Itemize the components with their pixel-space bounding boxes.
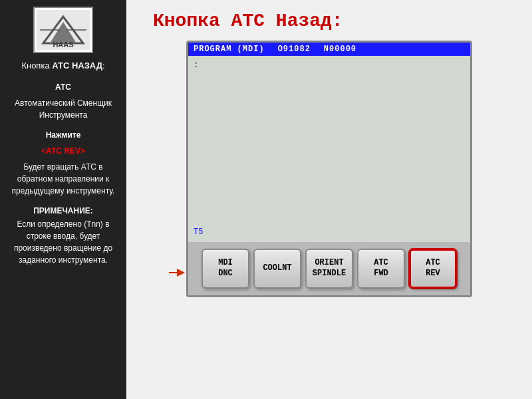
logo: HAAS [33, 7, 93, 53]
btn-orient-spindle[interactable]: ORIENT SPINDLE [305, 249, 353, 289]
sidebar: HAAS Кнопка АТС НАЗАД: АТС Автоматически… [0, 0, 126, 399]
cnc-n-num: N00000 [324, 45, 356, 54]
haas-logo-svg: HAAS [37, 10, 90, 50]
arrow-wrapper [168, 267, 186, 279]
atc-rev-link: <ATC REV> [41, 145, 85, 157]
main-content: Кнопка АТС Назад: PROGRAM (MDI) O91082 N… [126, 0, 532, 399]
atc-rev-desc: Будет вращать АТС в обратном направлении… [5, 161, 121, 197]
cnc-colon: : [194, 60, 465, 70]
note-title: ПРИМЕЧАНИЕ: [33, 206, 93, 215]
btn-coolnt[interactable]: COOLNT [253, 249, 301, 289]
svg-text:HAAS: HAAS [53, 41, 73, 49]
btn-atc-rev[interactable]: ATC REV [409, 249, 457, 289]
btn-mdi-dnc[interactable]: MDI DNC [201, 249, 249, 289]
atc-desc: Автоматический Сменщик Инструмента [5, 97, 121, 121]
cnc-screen-wrapper: PROGRAM (MDI) O91082 N00000 : T5 MDI DNC… [186, 41, 472, 297]
page-title: Кнопка АТС Назад: [153, 11, 343, 31]
note-text: Если определено (Tnn) в строке ввода, бу… [5, 218, 121, 266]
cnc-screen: PROGRAM (MDI) O91082 N00000 : T5 MDI DNC… [186, 41, 472, 297]
atc-label: АТС [55, 81, 71, 93]
cnc-header: PROGRAM (MDI) O91082 N00000 [188, 43, 470, 56]
btn-atc-fwd[interactable]: ATC FWD [357, 249, 405, 289]
cnc-t5: T5 [194, 227, 203, 237]
cnc-display: : T5 [188, 56, 470, 242]
arrow-icon [168, 267, 186, 279]
sidebar-title: Кнопка АТС НАЗАД: [21, 60, 104, 72]
press-label: Нажмите [46, 129, 81, 141]
cnc-o-num: O91082 [278, 45, 311, 54]
cnc-program-label: PROGRAM (MDI) [194, 45, 265, 54]
cnc-buttons-row: MDI DNC COOLNT ORIENT SPINDLE ATC FWD AT… [188, 242, 470, 295]
